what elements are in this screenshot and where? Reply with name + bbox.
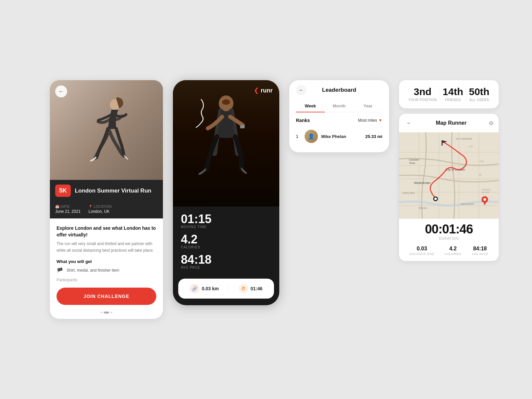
tab-year[interactable]: Year (353, 100, 382, 112)
map-distance-value: 0.03 (410, 246, 434, 252)
runr-stats: 01:15 MOVING TIME 4.2 CALORIES 84:18 AVG… (173, 206, 279, 279)
indicator-dot (100, 312, 102, 314)
map-distance-label: DISTANCE (KM) (410, 252, 434, 256)
map-duration: 00:01:46 DURATION (399, 219, 499, 242)
runr-bottom-card: 🔗 0.03 km ⏱ 01:46 (178, 279, 274, 299)
leaderboard-header: ← Leaderboard (296, 87, 382, 93)
map-pace-stat: 84:18 AVG PACE (472, 246, 488, 256)
svg-text:STR: STR (479, 160, 484, 163)
svg-rect-4 (240, 125, 245, 128)
runr-panel: ❮ runr 01:15 MOVING TIME 4.2 CALORIES 84… (173, 80, 279, 305)
rank-number: 1 (296, 134, 301, 139)
svg-text:LEY: LEY (469, 145, 473, 148)
panel-indicator (50, 312, 163, 319)
right-panel: 3nd YOUR POSITION 14th FRIENDS 50th ALL … (399, 80, 499, 261)
back-button[interactable]: ← (55, 85, 67, 97)
map-calories-value: 4.2 (445, 246, 462, 252)
route-sketch (186, 97, 216, 131)
runr-header: ❮ runr (180, 87, 273, 94)
challenge-description: The run will very small and limited and … (57, 241, 156, 253)
svg-text:WHARF: WHARF (481, 191, 490, 194)
tab-week[interactable]: Week (296, 100, 325, 112)
join-challenge-button[interactable]: JOIN CHALLENGE (57, 288, 156, 305)
moving-time-value: 01:15 (181, 213, 271, 225)
map-stats-row: 0.03 DISTANCE (KM) 4.2 CALORIES 84:18 AV… (399, 242, 499, 261)
leaderboard-back-button[interactable]: ← (296, 85, 307, 95)
runr-logo: ❮ runr (254, 87, 273, 94)
svg-point-34 (434, 198, 437, 200)
svg-point-37 (483, 198, 486, 201)
challenge-date: 📅 DATE June 21, 2021 (55, 205, 80, 214)
rank-divider (440, 88, 440, 101)
sort-selector[interactable]: Most miles ▼ (358, 118, 382, 123)
challenge-panel: ← 5K London Summer Virtual Run 📅 DATE Ju… (50, 80, 163, 319)
challenge-location: 📍 LOCATION London, UK (88, 205, 112, 214)
svg-text:Str: Str (479, 174, 482, 176)
avg-pace-label: AVG PACE (181, 266, 271, 269)
map-pace-label: AVG PACE (472, 252, 488, 256)
map-view: TOTTENHAM Camden Town City of London Wes… (399, 132, 499, 219)
friends-block: 14th FRIENDS (443, 87, 463, 102)
distance-icon: 🔗 (190, 284, 199, 293)
challenge-body: Explore London and see what London has t… (50, 218, 163, 312)
your-position-block: 3nd YOUR POSITION (408, 87, 437, 102)
rankings-card: 3nd YOUR POSITION 14th FRIENDS 50th ALL … (399, 80, 499, 108)
map-distance-stat: 0.03 DISTANCE (KM) (410, 246, 434, 256)
reward-item: 🏴 Shirt, medal, and finisher item (57, 267, 156, 274)
challenge-headline: Explore London and see what London has t… (57, 225, 156, 238)
all-users-value: 50th (469, 87, 489, 97)
indicator-dot (110, 312, 112, 314)
runner-miles: 25.33 mi (365, 134, 382, 139)
tab-month[interactable]: Month (325, 100, 354, 112)
svg-point-6 (222, 99, 230, 105)
friends-value: 14th (443, 87, 463, 97)
time-icon: ⏱ (239, 284, 248, 293)
map-back-button[interactable]: ← (404, 118, 414, 128)
map-background: TOTTENHAM Camden Town City of London Wes… (399, 132, 499, 219)
indicator-dot-active (104, 312, 109, 314)
challenge-title: London Summer Virtual Run (75, 187, 151, 195)
map-title: Map Runner (436, 120, 466, 126)
map-svg: TOTTENHAM Camden Town City of London Wes… (399, 132, 499, 219)
calories-value: 4.2 (181, 233, 271, 245)
ranks-header: Ranks Most miles ▼ (296, 118, 382, 123)
gear-icon[interactable]: ⚙ (489, 120, 493, 126)
map-runner-card: ← Map Runner ⚙ (399, 114, 499, 261)
svg-text:Camden: Camden (409, 158, 419, 161)
runner-image (76, 93, 136, 167)
run-time: ⏱ 01:46 (239, 284, 263, 293)
participants-label: Participants (57, 278, 156, 282)
avatar: 👤 (305, 130, 318, 143)
challenge-badge: 5K (55, 185, 71, 197)
svg-text:Brixton: Brixton (419, 206, 427, 209)
svg-text:PECKHAM: PECKHAM (461, 202, 474, 205)
duration-label: DURATION (404, 237, 493, 240)
svg-text:TOTTENHAM: TOTTENHAM (456, 137, 472, 140)
map-calories-label: CALORIES (445, 252, 462, 256)
stat-divider (228, 285, 229, 293)
avg-pace-value: 84:18 (181, 254, 271, 266)
svg-text:Westminster: Westminster (414, 181, 431, 185)
map-header: ← Map Runner ⚙ (399, 114, 499, 132)
svg-text:Town: Town (409, 162, 415, 165)
ranks-label: Ranks (296, 118, 310, 123)
leaderboard-tabs: Week Month Year (296, 100, 382, 112)
challenge-meta: 📅 DATE June 21, 2021 📍 LOCATION London, … (50, 201, 163, 218)
runr-chevron-icon: ❮ (254, 87, 259, 94)
your-position-label: YOUR POSITION (408, 98, 437, 102)
all-users-label: ALL USERS (469, 98, 489, 102)
map-calories-stat: 4.2 CALORIES (445, 246, 462, 256)
svg-text:CANARY: CANARY (481, 189, 491, 191)
moving-time-label: MOVING TIME (181, 225, 271, 229)
runr-hero: ❮ runr (173, 80, 279, 206)
svg-rect-31 (442, 140, 443, 146)
leaderboard-title: Leaderboard (322, 87, 356, 93)
your-position-value: 3nd (408, 87, 437, 97)
challenge-info-bar: 5K London Summer Virtual Run (50, 180, 163, 201)
flag-icon: 🏴 (57, 267, 63, 274)
leaderboard-row: 1 👤 Mike Phelan 25.33 mi (296, 127, 382, 146)
runner-name: Mike Phelan (321, 134, 362, 139)
duration-value: 00:01:46 (404, 223, 493, 235)
calories-label: CALORIES (181, 245, 271, 249)
rank-divider (466, 88, 466, 101)
